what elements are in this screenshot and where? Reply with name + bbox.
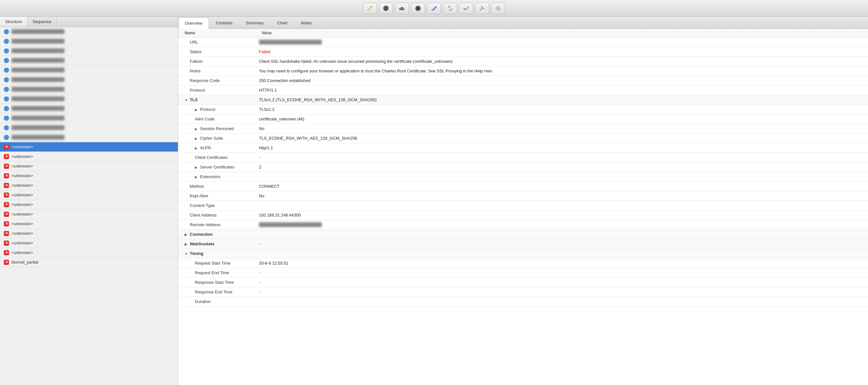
list-item[interactable]: ■■■■■■■■■■■■■■■■■■■■■ — [0, 94, 178, 104]
gear-button[interactable] — [491, 3, 505, 14]
tab-sequence[interactable]: Sequence — [28, 17, 57, 27]
row-name-cell: Kept Alive — [178, 191, 255, 201]
list-item[interactable]: ■■■■■■■■■■■■■■■■■■■■■ — [0, 85, 178, 94]
tab-contents[interactable]: Contents — [209, 17, 239, 29]
tools-button[interactable] — [475, 3, 489, 14]
row-value-cell: - — [255, 268, 868, 278]
list-item-label: <unknown> — [11, 221, 33, 226]
list-item[interactable]: ■■■■■■■■■■■■■■■■■■■■■ — [0, 123, 178, 133]
list-item-label: ■■■■■■■■■■■■■■■■■■■■■ — [11, 125, 64, 130]
table-row: Session ResumedNo — [178, 124, 868, 134]
list-item[interactable]: ✕<unknown> — [0, 171, 178, 181]
list-item[interactable]: ✕<unknown> — [0, 229, 178, 238]
row-value-cell: - — [255, 287, 868, 297]
red-x-icon: ✕ — [4, 193, 9, 198]
expand-arrow-icon[interactable] — [185, 233, 188, 237]
pencil-button[interactable] — [427, 3, 441, 14]
expand-arrow-icon[interactable] — [195, 127, 199, 131]
list-item[interactable]: ■■■■■■■■■■■■■■■■■■■■■ — [0, 75, 178, 85]
list-item[interactable]: ✕<unknown> — [0, 161, 178, 171]
row-name-cell: Protocol — [178, 86, 255, 95]
row-name-cell: Notes — [178, 66, 255, 76]
list-item[interactable]: ✕<unknown> — [0, 190, 178, 200]
list-item-label: ■■■■■■■■■■■■■■■■■■■■■ — [11, 68, 64, 72]
list-item[interactable]: ✕<unknown> — [0, 200, 178, 210]
table-row: ProtocolTLSv1.2 — [178, 105, 868, 114]
tab-chart[interactable]: Chart — [271, 17, 294, 29]
record-button[interactable] — [379, 3, 393, 14]
list-item[interactable]: ✕<unknown> — [0, 210, 178, 219]
blue-circle-icon — [4, 49, 9, 54]
list-item[interactable]: ■■■■■■■■■■■■■■■■■■■■■ — [0, 114, 178, 123]
checkmark-button[interactable] — [459, 3, 473, 14]
list-item[interactable]: ■■■■■■■■■■■■■■■■■■■■■ — [0, 36, 178, 46]
table-row: Response End Time- — [178, 287, 868, 297]
refresh-button[interactable] — [443, 3, 457, 14]
row-name-cell: URL — [178, 37, 255, 47]
list-item[interactable]: ■■■■■■■■■■■■■■■■■■■■■ — [0, 133, 178, 142]
list-item-label: ■■■■■■■■■■■■■■■■■■■■■ — [11, 135, 64, 140]
row-name-cell: Status — [178, 47, 255, 57]
svg-line-5 — [480, 9, 481, 10]
tab-overview[interactable]: Overview — [178, 17, 209, 29]
overview-body: URL■■■■■■■■■■■■■■■■■■■■■■■■■StatusFailed… — [178, 37, 868, 307]
table-row: Request End Time- — [178, 268, 868, 278]
row-value-cell: Failed — [255, 47, 868, 57]
row-value-cell — [255, 201, 868, 211]
list-item-label: <unknown> — [11, 164, 33, 168]
row-value-cell: TLSv1.2 — [255, 105, 868, 114]
row-value-cell: TLS_ECDHE_RSA_WITH_AES_128_GCM_SHA256 — [255, 134, 868, 143]
list-item[interactable]: ■■■■■■■■■■■■■■■■■■■■■ — [0, 56, 178, 65]
pen-tool-button[interactable] — [363, 3, 377, 14]
list-item-label: <unknown> — [11, 145, 33, 149]
blue-circle-icon — [4, 96, 9, 101]
left-tabs: Structure Sequence — [0, 17, 178, 27]
list-item[interactable]: ✕<unknown> — [0, 142, 178, 152]
list-item-label: ■■■■■■■■■■■■■■■■■■■■■ — [11, 77, 64, 82]
tab-structure[interactable]: Structure — [0, 17, 28, 27]
list-item[interactable]: ■■■■■■■■■■■■■■■■■■■■■ — [0, 46, 178, 56]
expand-arrow-icon[interactable] — [195, 166, 199, 169]
list-item[interactable]: ✕<unknown> — [0, 248, 178, 258]
red-x-icon: ✕ — [4, 202, 9, 207]
row-value-cell: 192.168.31.246:44300 — [255, 211, 868, 220]
row-name-cell: WebSockets — [178, 239, 255, 249]
list-item[interactable]: ✕blurred_partial — [0, 258, 178, 267]
list-item[interactable]: ✕<unknown> — [0, 219, 178, 229]
row-name-cell: Failure — [178, 57, 255, 66]
list-item[interactable]: ■■■■■■■■■■■■■■■■■■■■■ — [0, 65, 178, 75]
table-row: Extensions — [178, 172, 868, 182]
red-x-icon: ✕ — [4, 212, 9, 217]
blue-circle-icon — [4, 106, 9, 111]
tab-summary[interactable]: Summary — [239, 17, 271, 29]
row-value-cell — [255, 297, 868, 307]
table-row: URL■■■■■■■■■■■■■■■■■■■■■■■■■ — [178, 37, 868, 47]
row-name-cell: Duration — [178, 297, 255, 307]
row-name-cell: Server Certificates — [178, 162, 255, 172]
expand-arrow-icon[interactable] — [195, 137, 199, 140]
list-item-label: <unknown> — [11, 250, 33, 255]
cloud-button[interactable] — [395, 3, 409, 14]
row-name-cell: Remote Address — [178, 220, 255, 230]
row-value-cell: TLSv1.2 (TLS_ECDHE_RSA_WITH_AES_128_GCM_… — [255, 95, 868, 105]
list-item[interactable]: ■■■■■■■■■■■■■■■■■■■■■ — [0, 104, 178, 114]
list-item[interactable]: ■■■■■■■■■■■■■■■■■■■■■ — [0, 27, 178, 36]
expand-arrow-icon[interactable] — [195, 108, 199, 112]
stop-button[interactable] — [411, 3, 425, 14]
list-item[interactable]: ✕<unknown> — [0, 152, 178, 161]
table-row: Response Start Time- — [178, 278, 868, 287]
row-name-cell: Response End Time — [178, 287, 255, 297]
expand-arrow-icon[interactable] — [185, 243, 188, 246]
expand-arrow-icon[interactable] — [185, 98, 188, 102]
list-item[interactable]: ✕<unknown> — [0, 238, 178, 248]
row-value-cell: ■■■■■■■■■■■■■■■■■■■■■■■■■ — [255, 220, 868, 230]
expand-arrow-icon[interactable] — [195, 175, 199, 179]
list-item-label: <unknown> — [11, 193, 33, 197]
tab-notes[interactable]: Notes — [294, 17, 319, 29]
expand-arrow-icon[interactable] — [185, 252, 188, 256]
main-layout: Structure Sequence ■■■■■■■■■■■■■■■■■■■■■… — [0, 17, 868, 385]
expand-arrow-icon[interactable] — [195, 147, 199, 150]
list-item[interactable]: ✕<unknown> — [0, 181, 178, 190]
red-x-icon: ✕ — [4, 260, 9, 265]
right-panel: Overview Contents Summary Chart Notes Na… — [178, 17, 868, 385]
